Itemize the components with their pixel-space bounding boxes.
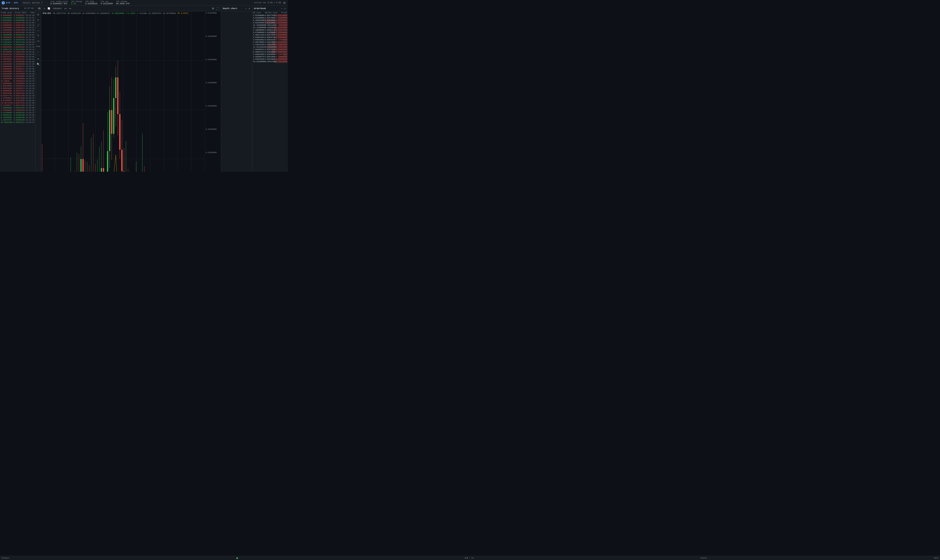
trade-history-title: Trade History (2, 7, 19, 10)
candlestick-chart[interactable] (41, 11, 205, 172)
header-right: Current Fee 0.5% / 0.5% ⚙ (254, 1, 286, 5)
orderbook-ask-row[interactable]: 9.30387514 0.82824000 0.03006000 (252, 51, 288, 53)
orderbook-ask-row[interactable]: 7.94206324 0.82825158 0.03005000 (252, 48, 288, 51)
trade-history-row: 0.07183607 0.02873835 12:08:26 (0, 99, 35, 102)
y-axis-label: 0.03250000 (206, 105, 220, 107)
trade-history-row: 0.08600000 0.02800000 14:41:18 (0, 19, 35, 22)
orderbook-expand-btn[interactable]: + (284, 6, 286, 11)
rect-tool[interactable]: ▭ (36, 38, 41, 43)
horizontal-line-tool[interactable]: ─ (36, 28, 41, 33)
trade-history-row: 1.27960593 0.02871368 12:20:37 (0, 97, 35, 99)
trade-history-row: 0.10000000 0.02887668 14:40:22 (0, 29, 35, 31)
orderbook-ask-row[interactable]: 4.02300000 0.82970000 0.02980000 (252, 17, 288, 19)
stat-24h-volume: 24h volume 80.6600 ETH (116, 1, 129, 5)
crosshair-tool[interactable]: ✛ (36, 12, 41, 17)
trade-history-row: 0.01095827 0.02887026 13:49:02 (0, 38, 35, 41)
trade-history-row: 0.01040243 0.02887668 14:41:06 (0, 22, 35, 24)
indicators-btn[interactable]: Indicators (52, 7, 63, 10)
orderbook-ask-row[interactable]: 1.02200000 0.82977658 0.02970000 (252, 14, 288, 17)
trade-history-row: 0.06746322 0.02887668 14:40:01 (0, 31, 35, 34)
fee-label: Current Fee (254, 2, 266, 4)
depth-chart-section: Depth chart − + 0.02886937 BTC (221, 6, 252, 172)
measure-tool[interactable]: ⟺ (36, 44, 41, 49)
draw-tool[interactable]: ✏ (36, 57, 41, 62)
low-value: 0.02810000 (101, 3, 113, 5)
trade-history-row: 0.00500000 0.02859132 13:00:03 (0, 58, 35, 60)
text-tool[interactable]: T (36, 33, 41, 38)
orderbook-ask-row[interactable]: 11.32125522 0.82826000 0.03004000 (252, 46, 288, 48)
chart-type-icon[interactable]: 📈 (47, 7, 51, 10)
undo-icon[interactable]: ↩ (64, 6, 67, 11)
orderbook-ask-row[interactable]: 0.82920000 0.82918000 0.02990000 (252, 22, 288, 24)
orderbook-ask-row[interactable]: 8.07000000 0.82878000 0.02998000 (252, 31, 288, 34)
trade-history-row: 5.00000000 0.02872472 12:26:57 (0, 90, 35, 92)
y-axis: 0.034500000.034000000.033500000.03300000… (205, 11, 221, 172)
select-market-label: Select market (23, 2, 40, 4)
settings-icon[interactable]: ⚙ (283, 1, 286, 5)
trade-history-row: 0.11855851 0.02872756 14:06:40 (0, 41, 35, 43)
orderbook-controls: − + (280, 6, 286, 11)
y-axis-label: 0.03150000 (206, 152, 220, 154)
trade-history-row: 0.33500000 0.02866563 11:46:22 (0, 109, 35, 112)
depth-minimize-btn[interactable]: − (245, 6, 247, 11)
depth-expand-btn[interactable]: + (248, 6, 251, 11)
trade-history-row: 0.04600000 0.02800000 14:41:21 (0, 17, 35, 19)
cursor-tool[interactable]: ↖ (36, 17, 41, 22)
orderbook-ask-row[interactable]: 3.55366576 0.82819000 0.03008000 (252, 56, 288, 58)
trade-history-body[interactable]: 0.05000000 0.02886937 14:41:26 0.0460000… (0, 14, 35, 172)
trade-history-row: 0.18000000 0.02885000 13:57:58 (0, 36, 35, 38)
y-axis-label: 0.03450000 (206, 12, 220, 14)
high-label: 24h High (85, 1, 97, 3)
trade-history-cols: Trade size Price (BTC) Time (0, 11, 35, 14)
orderbook-ask-row[interactable]: 21.20200000 0.82911000 0.02993000 (252, 24, 288, 26)
chart-toolbar: 4h 🕯 📈 Indicators ↩ ↪ ⚙ ⛶ (35, 6, 221, 11)
orderbook-ask-row[interactable]: 4.04481504 0.82835158 0.03000000 (252, 36, 288, 38)
last-trade-label: Last trade price (51, 1, 68, 3)
depth-chart-body: 0.02886937 BTC (221, 11, 252, 172)
trade-history-row: 1.18297327 0.02806188 11:31:44 (0, 119, 35, 121)
back-tool[interactable]: ← (36, 49, 41, 54)
trade-history-row: 0.16094719 0.02875068 13:38:44 (0, 48, 35, 51)
trade-history-row: 5.00000000 0.02858313 12:33:28 (0, 87, 35, 90)
change-label: 24h Change (71, 1, 82, 3)
trade-history-row: 0.05000000 0.02886937 14:41:26 (0, 14, 35, 17)
trade-history-row: 5.00350000 0.02858313 12:33:50 (0, 85, 35, 87)
trade-history-header: Trade History 14:47:43 (0, 6, 35, 11)
search-chart-tool[interactable]: 🔍 (36, 62, 41, 67)
orderbook-ask-row[interactable]: 1.52447646 0.82827000 0.03003000 (252, 43, 288, 46)
trade-history-row: 0.00500000 0.02866406 13:31:44 (0, 46, 35, 48)
trade-history-row: 0.00360393 0.02803200 11:33:48 (0, 114, 35, 116)
top-header: Ξ ETH - BTC Select market ▾ Last trade p… (0, 0, 288, 6)
orderbook-body[interactable]: 1.02200000 0.82977658 0.02970000 4.02300… (252, 14, 288, 172)
chevron-down-icon: ▾ (41, 2, 42, 4)
orderbook-ask-row[interactable]: 4.84931668 0.82818000 0.03009000 (252, 58, 288, 60)
trade-history-row: 0.00386496 0.02862259 13:18:19 (0, 53, 35, 56)
orderbook-ask-row[interactable]: 3.29670000 0.82828000 0.03002000 (252, 41, 288, 43)
orderbook-minimize-btn[interactable]: − (280, 6, 283, 11)
orderbook-ask-row[interactable]: 21.14300000 0.82899799 0.02995000 (252, 26, 288, 29)
line-tool[interactable]: ╱ (36, 23, 41, 28)
orderbook-cols: My size Market size Price (252, 11, 288, 14)
candle-type-icon[interactable]: 🕯 (43, 7, 46, 10)
orderbook-ask-row[interactable]: 4.84862995 0.82820000 0.03007000 (252, 53, 288, 56)
ma-label: MA 0.02671 (178, 12, 189, 14)
orderbook-ask-row[interactable]: 4.48547155 0.82872000 0.02999000 (252, 34, 288, 36)
orderbook-ask-row[interactable]: 0.20900000 0.82948000 0.02985000 (252, 19, 288, 22)
trade-history-row: 0.01854613 0.02864694 13:36:07 (0, 43, 35, 46)
chart-section: 4h 🕯 📈 Indicators ↩ ↪ ⚙ ⛶ ✛ ↖ ╱ ─ T ▭ ⟺ … (35, 6, 221, 172)
depth-chart-controls: − + (245, 6, 251, 11)
orderbook-ask-row[interactable]: 1.18800000 0.82882148 0.02997000 (252, 29, 288, 31)
fullscreen-icon[interactable]: ⛶ (216, 6, 219, 11)
y-axis-label: 0.03300000 (206, 82, 220, 84)
orderbook-ask-row[interactable]: 53.59100000 0.82817000 0.03010000 (252, 60, 288, 63)
redo-icon[interactable]: ↪ (68, 6, 72, 11)
y-axis-label: 0.03200000 (206, 128, 220, 131)
orderbook-ask-row[interactable]: 4.04953853 0.82833158 0.03001000 (252, 38, 288, 41)
trade-history-row: 5.00000000 0.02858556 12:34:12 (0, 82, 35, 85)
chart-settings-icon[interactable]: ⚙ (211, 6, 215, 11)
main-chart: ETH-BTC O0.02873762 H0.02892289 L0.02856… (41, 11, 221, 172)
timeframe-4h[interactable]: 4h (37, 7, 42, 10)
trade-history-row: 0.24230000 0.02803156 11:34:27 (0, 112, 35, 114)
trade-history-row: 2.50800000 0.02859000 12:48:07 (0, 75, 35, 77)
market-selector[interactable]: Select market ▾ (21, 1, 43, 5)
